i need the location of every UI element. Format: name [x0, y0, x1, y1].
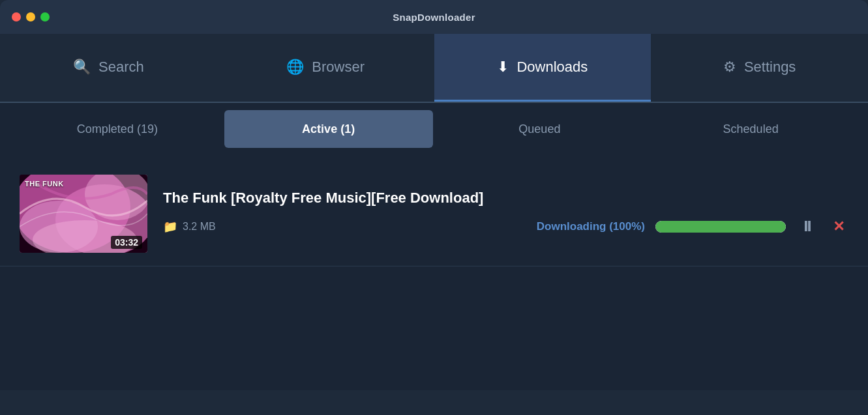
- file-size: 3.2 MB: [183, 221, 216, 233]
- sub-tab-scheduled-label: Scheduled: [723, 122, 779, 136]
- progress-bar-container: [655, 221, 786, 233]
- tab-downloads-label: Downloads: [516, 59, 588, 76]
- nav-tabs: 🔍 Search 🌐 Browser ⬇ Downloads ⚙ Setting…: [0, 34, 868, 102]
- sub-tab-active-label: Active (1): [302, 122, 355, 136]
- minimize-button[interactable]: [26, 12, 35, 21]
- thumbnail: THE FUNK 03:32: [20, 175, 147, 253]
- tab-settings[interactable]: ⚙ Settings: [651, 34, 868, 102]
- download-status: Downloading (100%): [537, 220, 645, 233]
- download-title: The Funk [Royalty Free Music][Free Downl…: [163, 190, 848, 207]
- app-title: SnapDownloader: [393, 12, 475, 23]
- download-progress-area: Downloading (100%) ⏸ ✕: [537, 216, 848, 238]
- close-button[interactable]: [12, 12, 21, 21]
- sub-tab-completed[interactable]: Completed (19): [13, 110, 222, 148]
- maximize-button[interactable]: [40, 12, 50, 21]
- thumbnail-label: THE FUNK: [25, 180, 64, 188]
- sub-tab-scheduled[interactable]: Scheduled: [646, 110, 855, 148]
- download-item: THE FUNK 03:32 The Funk [Royalty Free Mu…: [0, 162, 868, 266]
- thumbnail-duration: 03:32: [111, 236, 142, 249]
- tab-browser-label: Browser: [312, 59, 365, 76]
- tab-search[interactable]: 🔍 Search: [0, 34, 217, 102]
- search-icon: 🔍: [73, 59, 91, 76]
- titlebar: SnapDownloader: [0, 0, 868, 34]
- tab-settings-label: Settings: [744, 59, 796, 76]
- downloads-area: THE FUNK 03:32 The Funk [Royalty Free Mu…: [0, 155, 868, 273]
- progress-bar-fill: [655, 221, 786, 233]
- sub-tabs: Completed (19) Active (1) Queued Schedul…: [0, 103, 868, 155]
- settings-icon: ⚙: [723, 59, 736, 76]
- browser-icon: 🌐: [286, 59, 304, 76]
- file-size-area: 📁 3.2 MB: [163, 220, 216, 234]
- sub-tab-queued-label: Queued: [518, 122, 560, 136]
- tab-search-label: Search: [98, 59, 144, 76]
- sub-tab-queued[interactable]: Queued: [436, 110, 644, 148]
- folder-icon: 📁: [163, 220, 177, 234]
- window-controls: [12, 12, 50, 21]
- tab-browser[interactable]: 🌐 Browser: [217, 34, 434, 102]
- empty-area: [0, 273, 868, 390]
- sub-tab-completed-label: Completed (19): [77, 122, 158, 136]
- download-info: The Funk [Royalty Free Music][Free Downl…: [163, 190, 848, 238]
- sub-tab-active[interactable]: Active (1): [224, 110, 433, 148]
- download-meta: 📁 3.2 MB Downloading (100%) ⏸ ✕: [163, 216, 848, 238]
- pause-button[interactable]: ⏸: [796, 216, 818, 238]
- tab-downloads[interactable]: ⬇ Downloads: [434, 34, 651, 102]
- download-icon: ⬇: [497, 59, 509, 76]
- cancel-button[interactable]: ✕: [829, 216, 848, 238]
